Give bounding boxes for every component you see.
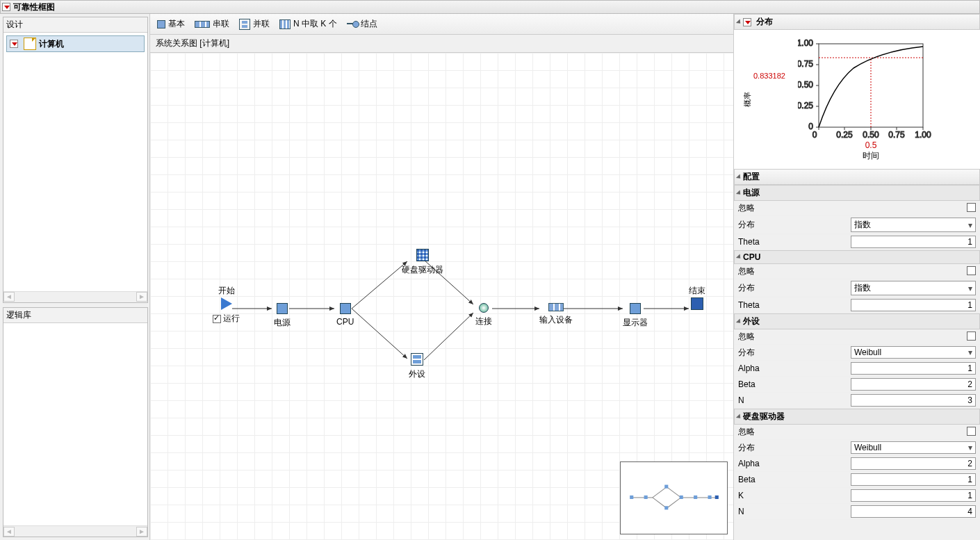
config-panel-header[interactable]: 配置 (734, 169, 980, 185)
node-end-above: 结束 (689, 285, 705, 297)
svg-rect-16 (644, 496, 648, 499)
row-periph-alpha: Alpha1 (734, 361, 980, 377)
scroll-right-icon[interactable]: ► (136, 292, 147, 302)
svg-rect-22 (715, 496, 719, 499)
input-periph-n[interactable]: 3 (851, 394, 976, 407)
node-cpu[interactable]: CPU (336, 303, 354, 327)
disclose-icon (736, 318, 742, 325)
svg-text:0.75: 0.75 (798, 59, 813, 69)
checkbox-cpu-ignore[interactable] (967, 266, 976, 275)
svg-text:1.00: 1.00 (798, 38, 813, 48)
svg-line-5 (424, 313, 473, 360)
center-area: 基本 串联 并联 N 中取 K 个 结点 系统关系图 [计算机] 开始 (149, 14, 733, 540)
checkbox-icon[interactable] (213, 315, 221, 323)
chart-prob-value: 0.833182 (753, 72, 785, 80)
svg-text:1.00: 1.00 (915, 130, 931, 140)
svg-rect-17 (664, 485, 668, 489)
chart-xmarker: 0.5 (865, 140, 877, 150)
minimap[interactable] (620, 461, 728, 534)
scroll-right-icon[interactable]: ► (136, 527, 147, 537)
design-panel-header: 设计 (3, 17, 147, 33)
node-peripheral[interactable]: 外设 (409, 353, 425, 380)
checkbox-power-ignore[interactable] (967, 203, 976, 212)
scroll-left-icon[interactable]: ◄ (3, 527, 15, 537)
row-periph-beta: Beta2 (734, 377, 980, 393)
node-connect[interactable]: 连接 (475, 303, 492, 327)
tool-kofn[interactable]: N 中取 K 个 (279, 18, 337, 30)
section-power-header[interactable]: 电源 (734, 185, 980, 201)
svg-line-2 (352, 261, 407, 309)
checkbox-periph-ignore[interactable] (967, 332, 976, 341)
input-periph-alpha[interactable]: 1 (851, 362, 976, 375)
svg-text:0.50: 0.50 (798, 80, 813, 90)
diagram-title: 系统关系图 [计算机] (150, 35, 733, 52)
tool-series[interactable]: 串联 (195, 18, 229, 30)
select-cpu-dist[interactable]: 指数 (851, 281, 976, 295)
square-icon (630, 303, 641, 314)
row-hdd-dist: 分布Weibull (734, 440, 980, 456)
chart-xlabel: 时间 (863, 151, 879, 161)
chart-ylabel: 概率 (742, 92, 753, 107)
section-hdd-header[interactable]: 硬盘驱动器 (734, 409, 980, 425)
node-end[interactable]: 结束 (691, 297, 703, 313)
row-hdd-k: K1 (734, 488, 980, 504)
row-power-dist: 分布指数 (734, 216, 980, 234)
input-periph-beta[interactable]: 2 (851, 378, 976, 391)
collapse-icon[interactable] (743, 18, 751, 26)
tree-item-computer[interactable]: 计算机 (6, 35, 145, 52)
tree-expand-icon[interactable] (10, 40, 18, 48)
svg-rect-19 (680, 496, 683, 499)
row-hdd-beta: Beta1 (734, 472, 980, 488)
svg-rect-18 (664, 506, 668, 509)
parallel-icon (411, 353, 423, 366)
input-hdd-k[interactable]: 1 (851, 489, 976, 502)
distribution-chart: 概率 0.833182 0 0.25 0.50 0.75 1.00 0 0.25… (734, 30, 980, 169)
svg-line-13 (667, 498, 680, 508)
collapse-icon[interactable] (2, 3, 10, 11)
disclose-icon (736, 190, 742, 196)
input-cpu-theta[interactable]: 1 (851, 299, 976, 311)
kofn-icon (279, 19, 291, 29)
section-periph-header[interactable]: 外设 (734, 313, 980, 329)
row-hdd-ignore: 忽略 (734, 425, 980, 440)
row-periph-ignore: 忽略 (734, 329, 980, 345)
input-power-theta[interactable]: 1 (851, 236, 976, 248)
checkbox-hdd-ignore[interactable] (967, 427, 976, 436)
window-titlebar: 可靠性框图 (0, 0, 980, 14)
knot-icon (479, 303, 489, 313)
tool-knot[interactable]: 结点 (347, 18, 377, 30)
node-power[interactable]: 电源 (274, 303, 291, 329)
input-hdd-beta[interactable]: 1 (851, 473, 976, 486)
svg-rect-15 (630, 496, 633, 499)
node-input[interactable]: 输入设备 (539, 303, 573, 326)
input-hdd-alpha[interactable]: 2 (851, 457, 976, 470)
node-start-run: 运行 (213, 313, 240, 325)
select-power-dist[interactable]: 指数 (851, 218, 976, 232)
dist-panel-header[interactable]: 分布 (734, 14, 980, 30)
tool-basic[interactable]: 基本 (157, 18, 185, 30)
design-scrollbar[interactable]: ◄ ► (3, 291, 147, 302)
node-hdd[interactable]: 硬盘驱动器 (402, 249, 443, 276)
disclose-icon (736, 19, 742, 25)
node-start[interactable]: 开始 运行 (213, 297, 240, 325)
diagram-canvas[interactable]: 开始 运行 电源 CPU 硬盘驱动器 外设 连接 (150, 52, 733, 540)
input-hdd-n[interactable]: 4 (851, 505, 976, 518)
svg-line-10 (653, 487, 667, 498)
svg-line-11 (653, 498, 667, 508)
row-hdd-n: N4 (734, 504, 980, 520)
play-icon (221, 297, 232, 310)
select-periph-dist[interactable]: Weibull (851, 346, 976, 359)
node-display[interactable]: 显示器 (623, 303, 648, 329)
section-cpu-header[interactable]: CPU (734, 250, 980, 264)
svg-text:0: 0 (812, 130, 817, 140)
series-icon (548, 303, 564, 311)
square-icon (277, 303, 288, 314)
right-panel: 分布 概率 0.833182 0 0.25 0.50 0.75 1.00 0 0… (733, 14, 980, 540)
scroll-left-icon[interactable]: ◄ (3, 292, 15, 302)
logic-scrollbar[interactable]: ◄ ► (3, 525, 147, 537)
tool-parallel[interactable]: 并联 (239, 18, 270, 30)
row-hdd-alpha: Alpha2 (734, 456, 980, 472)
select-hdd-dist[interactable]: Weibull (851, 441, 976, 454)
svg-rect-21 (708, 496, 712, 499)
end-icon (691, 297, 703, 310)
